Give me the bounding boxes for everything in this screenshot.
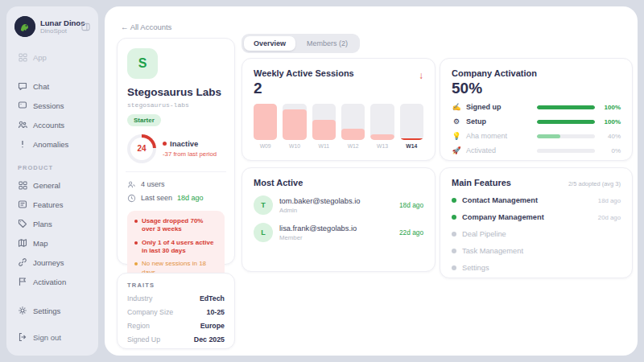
sidebar-item-anomalies[interactable]: Anomalies [14, 135, 90, 153]
most-active-title: Most Active [254, 178, 423, 187]
adoption-dot [452, 265, 456, 270]
member-email: lisa.frank@stegolabs.io [279, 224, 393, 232]
sidebar-item-map[interactable]: Map [14, 234, 90, 252]
tab-overview[interactable]: Overview [244, 36, 295, 51]
company-card: S Stegosaurus Labs stegosaurus-labs Star… [117, 38, 235, 265]
list-icon [18, 200, 27, 209]
sign-out-button[interactable]: Sign out [14, 328, 90, 346]
bar-column: W10 [283, 104, 306, 149]
tab-members[interactable]: Members (2) [297, 36, 357, 51]
sidebar-item-activation[interactable]: Activation [14, 273, 90, 290]
logout-icon [18, 332, 27, 342]
activation-title: Company Activation [452, 68, 621, 78]
bar-column: W09 [254, 104, 277, 149]
users-count: 4 users [141, 180, 165, 188]
member-role: Member [279, 234, 393, 241]
bar-column: W11 [312, 104, 336, 149]
member-avatar: T [254, 195, 273, 215]
collapse-sidebar-icon[interactable] [81, 23, 90, 31]
sidebar-item-accounts[interactable]: Accounts [14, 116, 90, 134]
sidebar-item-general[interactable]: General [14, 176, 90, 194]
workspace-name: Lunar Dinos [40, 19, 76, 27]
member-last-active: 18d ago [399, 201, 423, 209]
member-row[interactable]: T tom.baker@stegolabs.io Admin 18d ago [254, 195, 423, 215]
member-row[interactable]: L lisa.frank@stegolabs.io Member 22d ago [254, 223, 423, 242]
features-summary: 2/5 adopted (avg 3) [568, 180, 621, 187]
rocket-icon: 🚀 [452, 146, 461, 154]
sign-out-label: Sign out [33, 333, 61, 342]
pen-icon: ✍ [452, 103, 461, 111]
sidebar-item-settings[interactable]: Settings [14, 302, 90, 319]
adoption-dot [452, 198, 456, 203]
sidebar-item-chat[interactable]: Chat [14, 77, 90, 95]
sidebar-item-label: Activation [33, 278, 66, 286]
activation-step: 🚀 Activated 0% [452, 146, 621, 154]
flag-icon [18, 277, 27, 286]
map-icon [18, 238, 27, 248]
main-panel: ← All Accounts S Stegosaurus Labs stegos… [105, 6, 638, 356]
health-section: 24 Inactive -37 from last period [127, 134, 225, 163]
weekly-sessions-value: 2 [254, 80, 423, 97]
member-role: Admin [279, 207, 393, 214]
clock-icon [127, 194, 136, 203]
feature-row: Task Management [452, 247, 621, 255]
status-dot [163, 142, 167, 146]
users-icon [127, 180, 136, 189]
trait-row: Signed UpDec 2025 [127, 335, 225, 343]
sidebar-item-features[interactable]: Features [14, 195, 90, 213]
sidebar: Lunar Dinos DinoSpot App Chat Sessions A… [6, 6, 98, 356]
traits-title: TRAITS [127, 282, 225, 289]
sidebar-item-plans[interactable]: Plans [14, 215, 90, 232]
activation-step: ✍ Signed up 100% [452, 103, 621, 111]
users-count-row: 4 users [127, 180, 225, 189]
health-score: 24 [127, 134, 156, 163]
workspace-subtitle: DinoSpot [40, 27, 76, 35]
company-activation-card: Company Activation 50% ✍ Signed up 100% … [440, 58, 633, 161]
traits-card: TRAITS IndustryEdTech Company Size10-25 … [117, 273, 235, 349]
feature-row: Deal Pipeline [452, 230, 621, 238]
feature-row: Company Management20d ago [452, 213, 621, 221]
company-initial-tile: S [127, 48, 158, 79]
link-icon [18, 257, 27, 267]
tab-bar: Overview Members (2) [242, 34, 360, 53]
sidebar-item-label: Anomalies [33, 140, 68, 149]
weekly-sessions-title: Weekly Active Sessions [254, 68, 423, 78]
last-seen-label: Last seen [141, 194, 172, 202]
trend-down-icon: ↓ [419, 70, 423, 81]
activation-step: ⚙ Setup 100% [452, 117, 621, 125]
company-slug: stegosaurus-labs [127, 101, 225, 109]
back-to-accounts-link[interactable]: ← All Accounts [121, 23, 171, 31]
activation-step: 💡 Aha moment 40% [452, 132, 621, 140]
people-icon [18, 120, 27, 130]
back-label: All Accounts [130, 23, 172, 31]
member-avatar: L [254, 223, 273, 242]
sidebar-item-app[interactable]: App [14, 48, 90, 66]
workspace-avatar[interactable] [14, 16, 35, 37]
main-features-title: Main Features [452, 178, 511, 187]
bar-column: W12 [341, 104, 365, 149]
weekly-sessions-chart: W09 W10 W11 W12 W13 W14 [254, 104, 423, 149]
exclamation-icon [18, 139, 27, 149]
trait-row: RegionEurope [127, 322, 225, 330]
sidebar-section-product: PRODUCT [18, 164, 87, 171]
warning-item: Only 1 of 4 users active in last 30 days [134, 239, 217, 256]
sidebar-item-label: Map [33, 239, 47, 248]
sidebar-item-sessions[interactable]: Sessions [14, 97, 90, 114]
last-seen-row: Last seen 18d ago [127, 194, 225, 203]
sidebar-item-label: Journeys [33, 258, 64, 267]
main-features-card: Main Features 2/5 adopted (avg 3) Contac… [440, 167, 633, 278]
adoption-dot [452, 215, 456, 220]
trait-row: Company Size10-25 [127, 308, 225, 316]
member-email: tom.baker@stegolabs.io [279, 197, 393, 205]
chat-icon [18, 81, 27, 91]
sidebar-item-label: App [33, 53, 47, 62]
tag-icon [18, 219, 27, 228]
adoption-dot [452, 232, 456, 237]
last-seen-value: 18d ago [177, 194, 204, 202]
sidebar-item-label: Accounts [33, 121, 64, 130]
most-active-card: Most Active T tom.baker@stegolabs.io Adm… [242, 167, 436, 272]
status-label: Inactive [170, 139, 198, 148]
warning-item: Usage dropped 70% over 3 weeks [134, 217, 217, 234]
plan-badge: Starter [127, 114, 161, 126]
sidebar-item-journeys[interactable]: Journeys [14, 253, 90, 271]
